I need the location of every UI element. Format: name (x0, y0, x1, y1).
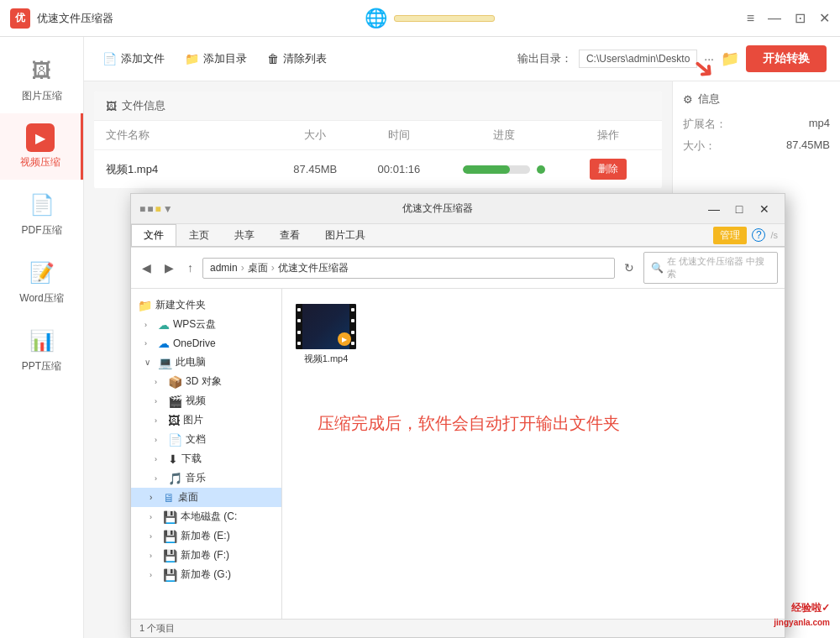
film-strip-right (349, 304, 356, 349)
file-info-icon: 🖼 (106, 100, 117, 112)
explorer-file-area: ▶ 视频1.mp4 压缩完成后，软件会自动打开输出文件夹 (282, 289, 785, 619)
tree-drive-e[interactable]: › 💾 新加卷 (E:) (131, 526, 281, 546)
file-table-header: 文件名称 大小 时间 进度 操作 (94, 121, 662, 150)
play-icon: ▶ (338, 332, 351, 346)
explorer-minimize-btn[interactable]: — (702, 199, 726, 219)
delete-file-btn[interactable]: 删除 (590, 159, 627, 180)
explorer-status-text: 1 个项目 (139, 622, 175, 635)
new-folder-label: 新建文件夹 (155, 298, 275, 312)
col-header-name: 文件名称 (106, 128, 273, 143)
sidebar-item-image[interactable]: 🖼 图片压缩 (0, 45, 83, 113)
tree-music[interactable]: › 🎵 音乐 (131, 468, 281, 488)
sidebar-item-video[interactable]: ▶ 视频压缩 (0, 113, 83, 180)
explorer-file-tree: 📁 新建文件夹 › ☁ WPS云盘 › ☁ OneDrive ∨ 💻 此电脑 ›… (131, 289, 282, 619)
ribbon-tab-file[interactable]: 文件 (131, 224, 176, 246)
file-info-panel: 🖼 文件信息 文件名称 大小 时间 进度 操作 视频1.mp4 87.45MB … (94, 92, 662, 189)
tree-drive-g[interactable]: › 💾 新加卷 (G:) (131, 565, 281, 584)
clear-list-btn[interactable]: 🗑 清除列表 (262, 49, 332, 69)
add-file-label: 添加文件 (121, 51, 165, 66)
tree-new-folder[interactable]: 📁 新建文件夹 (131, 295, 281, 315)
start-convert-btn[interactable]: 开始转换 (746, 45, 827, 72)
menu-btn[interactable]: ≡ (747, 12, 754, 25)
add-folder-btn[interactable]: 📁 添加目录 (180, 49, 252, 69)
col-header-progress: 进度 (441, 128, 567, 143)
table-row: 视频1.mp4 87.45MB 00:01:16 删除 (94, 150, 662, 189)
film-strip-left (296, 304, 302, 349)
tree-video[interactable]: › 🎬 视频 (131, 391, 281, 411)
add-file-icon: 📄 (102, 52, 117, 65)
new-folder-icon: 📁 (138, 299, 152, 312)
tree-pictures[interactable]: › 🖼 图片 (131, 411, 281, 430)
address-app[interactable]: 优速文件压缩器 (278, 261, 349, 275)
explorer-overlay: ■ ■ ■ ▼ 优速文件压缩器 — □ ✕ 文件 主页 共享 查看 图片工具 管… (130, 193, 785, 638)
sidebar-item-word[interactable]: 📝 Word压缩 (0, 248, 83, 316)
file-thumb-image: ▶ (296, 304, 356, 349)
add-file-btn[interactable]: 📄 添加文件 (97, 49, 170, 69)
sidebar-item-pdf[interactable]: 📄 PDF压缩 (0, 180, 83, 248)
tree-wps[interactable]: › ☁ WPS云盘 (131, 315, 281, 334)
size-label: 大小： (683, 139, 716, 154)
nav-forward-btn[interactable]: ▶ (160, 259, 178, 276)
ribbon-tab-picture-tools[interactable]: 图片工具 (312, 224, 378, 246)
active-tab-badge: 管理 (713, 227, 747, 244)
nav-refresh-btn[interactable]: ↻ (620, 259, 638, 276)
pdf-icon: 📄 (27, 190, 57, 220)
tree-drive-c[interactable]: › 💾 本地磁盘 (C: (131, 507, 281, 526)
video-label: 视频压缩 (20, 155, 60, 170)
tree-3d[interactable]: › 📦 3D 对象 (131, 372, 281, 391)
explorer-close-btn[interactable]: ✕ (753, 199, 776, 219)
explorer-win-controls[interactable]: — □ ✕ (702, 199, 776, 219)
progress-bar-container (463, 165, 530, 174)
nav-back-btn[interactable]: ◀ (138, 259, 155, 276)
explorer-content: 📁 新建文件夹 › ☁ WPS云盘 › ☁ OneDrive ∨ 💻 此电脑 ›… (131, 289, 785, 619)
tree-drive-f[interactable]: › 💾 新加卷 (F:) (131, 546, 281, 565)
close-btn[interactable]: ✕ (819, 12, 830, 25)
tree-this-pc[interactable]: ∨ 💻 此电脑 (131, 353, 281, 372)
title-bar-controls[interactable]: ≡ — ⊡ ✕ (747, 12, 830, 25)
minimize-btn[interactable]: — (768, 12, 781, 25)
sidebar: 🖼 图片压缩 ▶ 视频压缩 📄 PDF压缩 📝 Word压缩 📊 PPT压缩 (0, 37, 84, 638)
file-thumb-video1[interactable]: ▶ 视频1.mp4 (292, 299, 360, 370)
search-icon: 🔍 (651, 262, 664, 274)
search-bar[interactable]: 🔍 在 优速文件压缩器 中搜索 (643, 252, 778, 284)
file-time: 00:01:16 (357, 163, 441, 175)
word-label: Word压缩 (19, 291, 63, 306)
output-path: C:\Users\admin\Deskto (579, 50, 697, 68)
col-header-time: 时间 (357, 128, 441, 143)
ribbon-tab-view[interactable]: 查看 (267, 224, 312, 246)
explorer-status-bar: 1 个项目 (131, 619, 785, 637)
explorer-ribbon: 文件 主页 共享 查看 图片工具 管理 ? /s (131, 224, 785, 248)
title-bar-center: 🌐 (365, 8, 495, 29)
address-desktop[interactable]: 桌面 (248, 261, 268, 275)
maximize-btn[interactable]: ⊡ (795, 12, 806, 25)
ribbon-tab-home[interactable]: 主页 (176, 224, 222, 246)
explorer-maximize-btn[interactable]: □ (727, 199, 751, 219)
title-bar-left: 优 优速文件压缩器 (10, 8, 113, 29)
explorer-message-area: 压缩完成后，软件会自动打开输出文件夹 (292, 379, 774, 468)
output-dots-btn[interactable]: ··· (704, 52, 714, 65)
sidebar-item-ppt[interactable]: 📊 PPT压缩 (0, 316, 83, 384)
nav-up-btn[interactable]: ↑ (183, 259, 197, 276)
address-bar[interactable]: admin › 桌面 › 优速文件压缩器 (202, 258, 615, 279)
add-folder-label: 添加目录 (203, 51, 247, 66)
info-ext-row: 扩展名： mp4 (683, 117, 830, 132)
cloud-icon: 🌐 (365, 8, 387, 29)
output-folder-btn[interactable]: 📁 (721, 50, 739, 68)
tree-desktop[interactable]: › 🖥 桌面 (131, 488, 281, 507)
file-name: 视频1.mp4 (106, 162, 273, 177)
info-title: 信息 (698, 92, 720, 107)
col-header-size: 大小 (273, 128, 357, 143)
file-thumb-label: 视频1.mp4 (304, 353, 349, 365)
ribbon-tab-share[interactable]: 共享 (222, 224, 267, 246)
image-icon: 🖼 (27, 55, 57, 86)
address-admin[interactable]: admin (210, 262, 238, 274)
clear-list-label: 清除列表 (283, 51, 327, 66)
tree-downloads[interactable]: › ⬇ 下载 (131, 449, 281, 468)
explorer-nav: ◀ ▶ ↑ admin › 桌面 › 优速文件压缩器 ↻ 🔍 在 优速文件压缩器… (131, 248, 785, 289)
tree-docs[interactable]: › 📄 文档 (131, 430, 281, 449)
file-info-title: 文件信息 (122, 98, 165, 113)
progress-bar-fill (463, 165, 510, 174)
tree-onedrive[interactable]: › ☁ OneDrive (131, 334, 281, 353)
app-icon: 优 (10, 8, 30, 29)
ext-label: 扩展名： (683, 117, 727, 132)
